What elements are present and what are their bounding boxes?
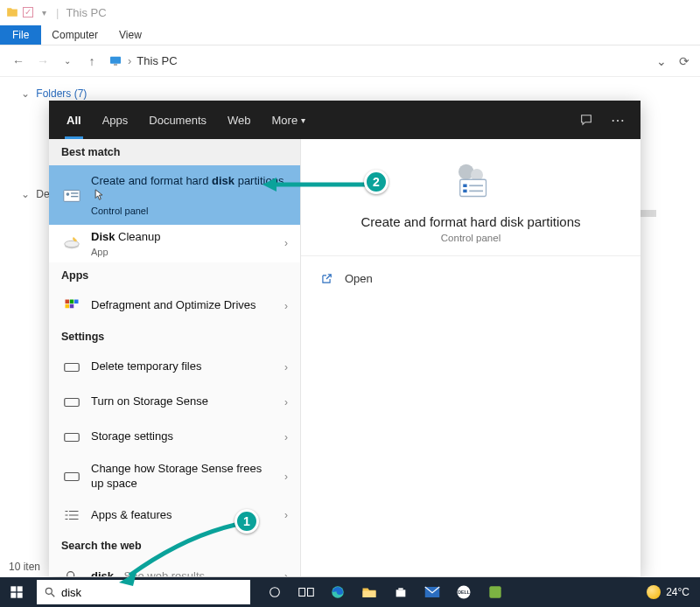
breadcrumb-text: This PC <box>136 54 177 67</box>
search-tab-web[interactable]: Web <box>217 101 262 139</box>
result-setting-storage-sense-on[interactable]: Turn on Storage Sense › <box>49 385 300 420</box>
svg-point-35 <box>270 588 280 597</box>
chevron-down-icon: ⌄ <box>21 188 30 200</box>
app-icon[interactable] <box>480 577 511 607</box>
svg-rect-2 <box>64 190 80 201</box>
nav-forward-icon[interactable]: → <box>35 54 51 68</box>
sun-icon <box>647 585 661 599</box>
svg-rect-25 <box>469 191 483 192</box>
svg-marker-27 <box>262 178 276 192</box>
defragment-icon <box>61 296 82 317</box>
svg-rect-11 <box>66 304 70 308</box>
svg-rect-5 <box>71 196 78 197</box>
result-title: Disk Cleanup <box>91 230 272 245</box>
storage-icon <box>61 466 82 487</box>
svg-rect-21 <box>460 179 486 196</box>
search-tab-apps[interactable]: Apps <box>92 101 139 139</box>
explorer-icon[interactable] <box>354 577 385 607</box>
svg-rect-4 <box>71 192 78 193</box>
section-settings: Settings <box>49 324 300 350</box>
svg-rect-16 <box>65 472 80 480</box>
search-icon <box>61 566 82 576</box>
result-setting-storage[interactable]: Storage settings › <box>49 420 300 455</box>
refresh-icon[interactable]: ⟳ <box>679 54 690 68</box>
svg-rect-13 <box>65 363 80 371</box>
storage-icon <box>61 357 82 378</box>
edge-icon[interactable] <box>322 577 354 607</box>
chevron-right-icon[interactable]: › <box>281 396 291 408</box>
open-icon <box>320 273 336 285</box>
chevron-right-icon[interactable]: › <box>281 471 291 483</box>
preview-action-open[interactable]: Open <box>315 265 626 292</box>
breadcrumb[interactable]: › This PC <box>108 54 178 68</box>
search-results-list: Best match Create and format hard disk p… <box>49 139 301 576</box>
search-tab-documents[interactable]: Documents <box>138 101 217 139</box>
nav-up-icon[interactable]: ↑ <box>84 54 100 68</box>
start-button[interactable] <box>0 577 33 607</box>
svg-rect-32 <box>18 593 23 598</box>
window-title: This PC <box>66 6 106 19</box>
taskbar-weather[interactable]: 24°C <box>636 585 700 599</box>
svg-point-17 <box>67 572 74 576</box>
folders-group-header[interactable]: ⌄ Folders (7) <box>0 77 700 100</box>
ribbon-file-tab[interactable]: File <box>0 25 41 45</box>
mail-icon[interactable] <box>416 577 448 607</box>
ribbon-computer-tab[interactable]: Computer <box>41 25 108 45</box>
more-options-icon[interactable]: ⋯ <box>602 112 634 129</box>
result-title: Change how Storage Sense frees up space <box>91 462 272 492</box>
chevron-right-icon[interactable]: › <box>281 509 291 521</box>
result-setting-delete-temp[interactable]: Delete temporary files › <box>49 350 300 385</box>
store-icon[interactable] <box>385 577 416 607</box>
section-best-match: Best match <box>49 139 300 165</box>
chevron-right-icon[interactable]: › <box>281 361 291 373</box>
qat-checkbox-icon[interactable]: ✓ <box>23 7 33 17</box>
search-preview-pane: Create and format hard disk partitions C… <box>301 139 640 576</box>
svg-rect-10 <box>74 299 79 304</box>
result-title: Delete temporary files <box>91 359 272 374</box>
address-dropdown-icon[interactable]: ⌄ <box>656 54 667 68</box>
svg-rect-43 <box>489 586 500 597</box>
svg-rect-37 <box>308 589 314 597</box>
ribbon-tabs: File Computer View <box>0 24 700 45</box>
chevron-right-icon[interactable]: › <box>281 300 291 312</box>
chevron-right-icon[interactable]: › <box>281 237 291 249</box>
cortana-icon[interactable] <box>259 577 290 607</box>
this-pc-icon <box>108 54 122 68</box>
svg-line-34 <box>52 594 55 597</box>
ribbon-view-tab[interactable]: View <box>108 25 152 45</box>
svg-text:DELL: DELL <box>458 590 471 595</box>
svg-rect-39 <box>363 591 376 598</box>
svg-rect-15 <box>65 433 80 441</box>
chevron-right-icon[interactable]: › <box>281 431 291 443</box>
explorer-navbar: ← → ⌄ ↑ › This PC ⌄ ⟳ <box>0 45 700 77</box>
result-subtitle: Control panel <box>91 206 291 216</box>
svg-rect-24 <box>469 185 483 186</box>
feedback-icon[interactable] <box>570 113 602 127</box>
task-view-icon[interactable] <box>290 577 322 607</box>
svg-rect-1 <box>114 64 117 65</box>
svg-rect-36 <box>299 589 305 597</box>
preview-icon <box>446 157 495 206</box>
preview-title: Create and format hard disk partitions <box>318 214 623 229</box>
search-tab-more[interactable]: More ▾ <box>262 101 316 139</box>
result-setting-storage-sense-change[interactable]: Change how Storage Sense frees up space … <box>49 455 300 499</box>
explorer-titlebar: ✓ ▾ | This PC <box>0 0 700 24</box>
dell-icon[interactable]: DELL <box>448 577 480 607</box>
result-disk-cleanup[interactable]: Disk Cleanup App › <box>49 225 300 262</box>
result-defragment[interactable]: Defragment and Optimize Drives › <box>49 289 300 324</box>
qat-dropdown-icon[interactable]: ▾ <box>37 5 51 19</box>
weather-temp: 24°C <box>666 586 690 598</box>
explorer-statusbar: 10 iten <box>0 558 49 577</box>
nav-recent-dropdown-icon[interactable]: ⌄ <box>60 56 75 66</box>
nav-back-icon[interactable]: ← <box>10 54 26 68</box>
result-title: Create and format hard disk partitions <box>91 174 291 204</box>
titlebar-separator: | <box>56 6 59 19</box>
preview-subtitle: Control panel <box>318 233 623 243</box>
annotation-badge-1: 1 <box>234 509 259 534</box>
cursor-icon <box>94 189 104 202</box>
chevron-right-icon[interactable]: › <box>281 570 291 576</box>
search-tab-all[interactable]: All <box>56 101 92 139</box>
svg-rect-14 <box>65 398 80 406</box>
result-title: Turn on Storage Sense <box>91 394 272 409</box>
svg-point-3 <box>66 192 70 196</box>
